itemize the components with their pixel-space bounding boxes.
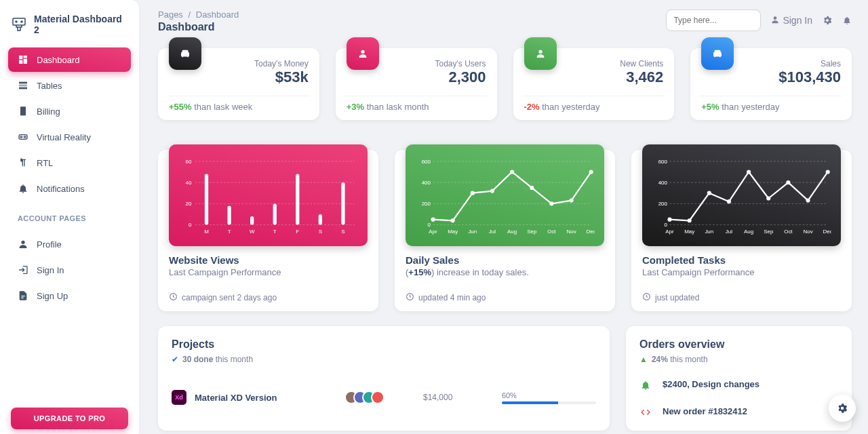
svg-rect-8 [19,85,27,87]
svg-rect-29 [250,216,254,224]
svg-point-1 [16,21,17,22]
svg-point-13 [21,241,24,244]
svg-point-56 [589,170,593,174]
svg-point-49 [451,218,455,222]
svg-text:Jun: Jun [468,229,477,235]
svg-rect-37 [341,182,344,224]
weekend-icon [169,37,201,70]
svg-text:60: 60 [186,159,192,165]
svg-text:Oct: Oct [784,229,793,235]
svg-text:Aug: Aug [744,229,753,235]
sidebar-item-sign-up[interactable]: Sign Up [8,283,131,308]
svg-text:Dec: Dec [823,229,831,235]
svg-text:May: May [448,229,458,235]
svg-point-55 [569,199,573,203]
projects-title: Projects [172,338,596,351]
chart-canvas: 0200400600AprMayJunJulAugSepOctNovDec [406,144,604,246]
svg-text:Apr: Apr [429,229,437,235]
sidebar-item-virtual-reality[interactable]: Virtual Reality [8,125,131,149]
svg-text:600: 600 [658,159,668,165]
person-icon [347,37,379,70]
projects-panel: Projects ✔ 30 done this month Xd Materia… [158,326,610,431]
svg-rect-0 [13,18,25,25]
sidebar-item-rtl[interactable]: RTL [8,151,131,175]
settings-fab[interactable] [829,395,856,422]
sidebar-item-dashboard[interactable]: Dashboard [8,47,131,72]
vr-icon [18,132,28,142]
breadcrumb-root[interactable]: Pages [158,9,183,20]
progress-bar [502,401,596,404]
arrow-up-icon: ▲ [639,355,648,364]
svg-text:T: T [228,229,231,235]
charts-row: 0204060MTWTFSSWebsite ViewsLast Campaign… [158,150,852,311]
receipt-icon [18,106,28,117]
svg-point-79 [747,170,751,174]
clock-icon [169,292,178,303]
svg-point-53 [530,186,534,190]
stat-card: Today's Users2,300+3% than lask month [336,48,497,120]
svg-rect-31 [273,203,277,224]
signin-link[interactable]: Sign In [770,15,812,26]
nav-main: DashboardTablesBillingVirtual RealityRTL… [8,47,131,201]
svg-text:Dec: Dec [587,229,595,235]
svg-text:Sep: Sep [527,229,537,235]
chart-canvas: 0204060MTWTFSS [169,144,368,246]
svg-text:600: 600 [422,159,431,165]
svg-point-80 [766,196,770,200]
svg-rect-4 [24,56,27,58]
orders-title: Orders overview [639,338,838,351]
search-input[interactable] [666,9,761,31]
stat-card: Sales$103,430+5% than yesterday [690,48,852,120]
svg-point-11 [20,136,22,138]
clock-icon [642,292,651,303]
svg-point-82 [806,199,810,203]
svg-point-15 [361,50,364,54]
svg-point-51 [490,189,494,193]
upgrade-button[interactable]: UPGRADE TO PRO [11,408,128,429]
svg-text:40: 40 [186,180,192,186]
svg-point-50 [471,191,475,195]
sidebar-item-tables[interactable]: Tables [8,73,131,98]
svg-rect-3 [19,56,22,59]
clock-icon [406,292,414,303]
bell-icon[interactable] [842,16,852,25]
svg-text:S: S [319,229,322,235]
sidebar-item-billing[interactable]: Billing [8,99,131,123]
main-content: Pages / Dashboard Dashboard Sign In Toda… [139,0,868,434]
sidebar-item-notifications[interactable]: Notifications [8,176,131,201]
svg-text:F: F [296,229,299,235]
sidebar-item-sign-in[interactable]: Sign In [8,258,131,282]
svg-text:Jul: Jul [489,229,496,235]
svg-text:200: 200 [658,201,668,207]
svg-text:Nov: Nov [803,229,812,235]
sidebar-item-profile[interactable]: Profile [8,232,131,256]
svg-point-52 [510,170,514,174]
chart-card: 0200400600AprMayJunJulAugSepOctNovDecDai… [395,150,615,311]
svg-rect-25 [205,174,208,225]
person-icon [18,239,28,250]
bell-icon [18,183,28,194]
svg-point-83 [826,170,830,174]
signup-icon [18,290,28,301]
svg-point-77 [707,191,711,195]
svg-text:Aug: Aug [507,229,517,235]
orders-panel: Orders overview ▲ 24% this month $2400, … [626,326,852,431]
dashboard-icon [18,54,28,65]
svg-text:Jul: Jul [726,229,732,235]
svg-text:Oct: Oct [547,229,556,235]
svg-text:400: 400 [422,180,431,186]
svg-point-54 [549,201,553,205]
brand-row[interactable]: Material Dashboard 2 [8,11,131,38]
svg-rect-9 [19,87,27,90]
weekend-icon [701,37,734,70]
svg-point-81 [786,180,790,184]
breadcrumb-current: Dashboard [196,9,239,20]
svg-rect-27 [227,205,231,224]
stats-row: Today's Money$53k+55% than lask weekToda… [158,48,852,120]
svg-text:Jun: Jun [705,229,713,235]
nav-section-label: ACCOUNT PAGES [18,214,131,222]
settings-icon[interactable] [822,15,833,26]
table-row[interactable]: Xd Material XD Version $14,000 60% [172,390,596,405]
chart-card: 0200400600AprMayJunJulAugSepOctNovDecCom… [631,150,852,311]
breadcrumb: Pages / Dashboard [158,9,239,20]
